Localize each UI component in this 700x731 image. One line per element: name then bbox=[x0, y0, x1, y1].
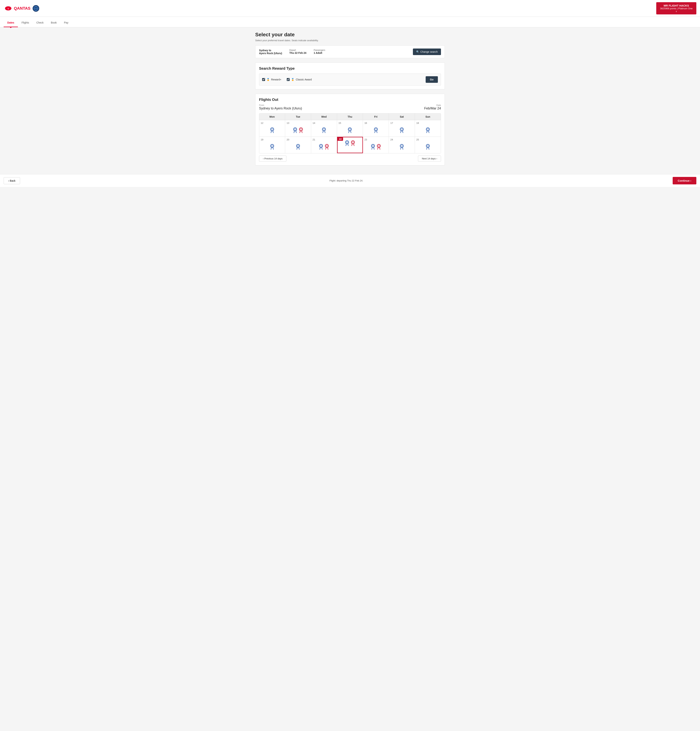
svg-point-37 bbox=[401, 128, 403, 130]
award-icons bbox=[425, 144, 431, 150]
calendar-week-1: 19 20 21 bbox=[259, 137, 441, 153]
svg-point-71 bbox=[351, 141, 354, 144]
step-flights[interactable]: Flights bbox=[18, 20, 33, 27]
svg-line-44 bbox=[429, 131, 429, 133]
reward-plus-check[interactable]: 🏅 Reward+ bbox=[262, 78, 281, 81]
calendar-cell-21[interactable]: 21 bbox=[311, 137, 337, 153]
award-icons bbox=[296, 144, 300, 150]
reward-plus-award-icon bbox=[399, 127, 404, 133]
prev-14-days-button[interactable]: ‹ Previous 14 days bbox=[259, 156, 286, 161]
calendar-week-0: 12 13 14 bbox=[259, 120, 441, 137]
svg-line-54 bbox=[299, 148, 299, 150]
svg-point-72 bbox=[352, 141, 354, 143]
calendar-cell-16[interactable]: 16 bbox=[363, 120, 389, 137]
calendar-date-number: 13 bbox=[287, 122, 289, 125]
account-badge[interactable]: MR FLIGHT HACKS 3825968 points | Platinu… bbox=[656, 2, 696, 15]
award-icons bbox=[321, 127, 327, 133]
account-name: MR FLIGHT HACKS bbox=[660, 4, 693, 7]
oneworld-icon bbox=[33, 5, 39, 12]
calendar-cell-20[interactable]: 20 bbox=[285, 137, 311, 153]
calendar-cell-17[interactable]: 17 bbox=[389, 120, 415, 137]
svg-line-13 bbox=[294, 131, 294, 133]
award-icons bbox=[269, 127, 275, 133]
svg-line-53 bbox=[297, 148, 297, 150]
calendar-cell-14[interactable]: 14 bbox=[311, 120, 337, 137]
svg-point-17 bbox=[300, 128, 302, 130]
svg-point-87 bbox=[401, 145, 403, 147]
calendar-date-number: 12 bbox=[261, 122, 263, 125]
svg-point-21 bbox=[322, 128, 325, 131]
reward-plus-award-icon bbox=[269, 144, 275, 150]
change-search-button[interactable]: 🔍 Change search bbox=[413, 48, 441, 55]
calendar-date-number: 19 bbox=[261, 138, 263, 141]
reward-plus-award-icon bbox=[344, 140, 350, 146]
passengers-label: Passengers bbox=[314, 49, 325, 51]
award-icons bbox=[293, 127, 303, 133]
award-icons bbox=[399, 144, 404, 150]
step-check[interactable]: Check bbox=[33, 20, 47, 27]
calendar-section: Flights Out From Sydney to Ayers Rock (U… bbox=[255, 94, 445, 166]
svg-line-84 bbox=[379, 148, 380, 150]
calendar-cell-12[interactable]: 12 bbox=[259, 120, 285, 137]
cal-header-sat: Sat bbox=[389, 113, 415, 120]
award-icons bbox=[344, 140, 356, 146]
step-book[interactable]: Book bbox=[47, 20, 60, 27]
svg-point-67 bbox=[346, 141, 348, 143]
svg-line-79 bbox=[374, 148, 374, 150]
cal-header-fri: Fri bbox=[363, 113, 389, 120]
calendar-cell-25[interactable]: 25 bbox=[415, 137, 441, 153]
calendar-cell-22[interactable]: 22 bbox=[337, 137, 363, 153]
calendar-grid: Mon Tue Wed Thu Fri Sat Sun 12 13 bbox=[259, 113, 441, 153]
search-field-depart: Depart Thu 22 Feb 24 bbox=[289, 49, 306, 55]
cal-header-tue: Tue bbox=[285, 113, 311, 120]
calendar-cell-13[interactable]: 13 bbox=[285, 120, 311, 137]
reward-plus-award-icon bbox=[425, 127, 431, 133]
svg-point-82 bbox=[378, 145, 380, 147]
svg-point-47 bbox=[271, 145, 273, 147]
next-14-days-button[interactable]: Next 14 days › bbox=[418, 156, 441, 161]
search-field-passengers: Passengers 1 Adult bbox=[314, 49, 325, 55]
calendar-date-number: 18 bbox=[416, 122, 419, 125]
calendar-cell-24[interactable]: 24 bbox=[389, 137, 415, 153]
calendar-cell-23[interactable]: 23 bbox=[363, 137, 389, 153]
cal-date: Date Feb/Mar 24 bbox=[424, 104, 441, 110]
svg-point-51 bbox=[296, 144, 300, 148]
qantas-kangaroo-icon: Q bbox=[4, 5, 13, 12]
search-icon: 🔍 bbox=[416, 50, 419, 53]
calendar-cell-18[interactable]: 18 bbox=[415, 120, 441, 137]
continue-button[interactable]: Continue › bbox=[673, 177, 696, 184]
calendar-date-number: 16 bbox=[365, 122, 367, 125]
award-icons bbox=[347, 127, 352, 133]
svg-point-76 bbox=[371, 144, 375, 148]
svg-point-32 bbox=[375, 128, 377, 130]
svg-point-42 bbox=[427, 128, 429, 130]
reward-plus-checkbox[interactable] bbox=[262, 78, 265, 81]
step-pay[interactable]: Pay bbox=[60, 20, 72, 27]
svg-point-56 bbox=[319, 144, 323, 148]
svg-line-39 bbox=[403, 131, 403, 133]
calendar-date-number: 25 bbox=[416, 138, 419, 141]
back-button[interactable]: ‹ Back bbox=[4, 177, 20, 184]
award-icons bbox=[373, 127, 378, 133]
svg-point-6 bbox=[271, 128, 274, 131]
classic-award-icon bbox=[376, 144, 381, 150]
classic-award-icon bbox=[299, 127, 303, 133]
classic-award-check[interactable]: 🏅 Classic Award bbox=[287, 78, 312, 81]
svg-line-49 bbox=[273, 148, 274, 150]
svg-point-77 bbox=[372, 145, 374, 147]
svg-point-61 bbox=[325, 144, 328, 148]
reward-plus-award-icon bbox=[293, 127, 298, 133]
reward-plus-award-icon bbox=[321, 127, 327, 133]
oneworld-badge bbox=[33, 5, 39, 12]
award-icons bbox=[371, 144, 381, 150]
reward-plus-award-icon bbox=[371, 144, 375, 150]
step-dates[interactable]: Dates bbox=[4, 20, 18, 27]
classic-award-checkbox[interactable] bbox=[287, 78, 290, 81]
svg-point-7 bbox=[271, 128, 273, 130]
svg-line-9 bbox=[273, 131, 274, 133]
go-button[interactable]: Go bbox=[426, 76, 438, 83]
svg-line-93 bbox=[426, 148, 427, 150]
calendar-cell-15[interactable]: 15 bbox=[337, 120, 363, 137]
calendar-cell-19[interactable]: 19 bbox=[259, 137, 285, 153]
reward-plus-award-icon bbox=[373, 127, 378, 133]
